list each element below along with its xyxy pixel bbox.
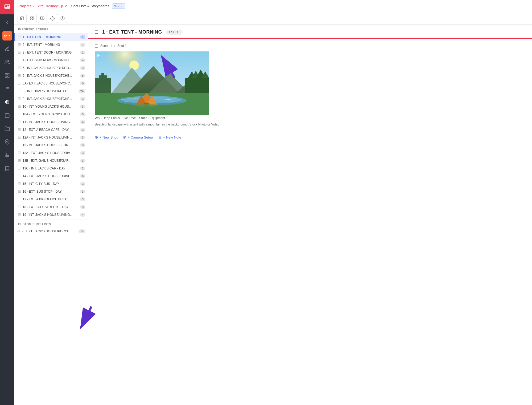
nav-location[interactable]: [0, 136, 14, 148]
nav-book[interactable]: [0, 163, 14, 175]
scene-list-icon: ☰: [18, 189, 21, 193]
breadcrumb-project[interactable]: Extra Ordinary Ep. 2: [35, 4, 67, 8]
shot-count-badge: 1 SHOT: [166, 30, 183, 35]
scene-item[interactable]: ☰ 10A · EXT. YOUNG JACK'S HOU... 5: [14, 110, 88, 118]
scene-list-icon: ☰: [18, 89, 21, 93]
scene-item-count: 4: [80, 120, 85, 124]
scene-item[interactable]: ☰ 18 · EXT. CITY STREETS - DAY 3: [14, 203, 88, 211]
shot-checkbox[interactable]: [95, 44, 98, 48]
svg-rect-17: [5, 114, 9, 118]
svg-rect-36: [43, 17, 44, 19]
scene-item-count: 1: [80, 43, 85, 47]
help-button[interactable]: [58, 14, 67, 23]
nav-calendar[interactable]: [0, 109, 14, 122]
scene-item-count: 0: [80, 82, 85, 85]
scene-item-name: 4 · EXT. SKID ROW - MORNING: [23, 58, 79, 62]
breadcrumb-projects[interactable]: Projects: [19, 4, 31, 8]
scene-item[interactable]: ☰ 8 · INT. DAVE'S HOUSE/KITCHE... 24: [14, 87, 88, 95]
new-note-button[interactable]: ⊕ + New Note: [158, 135, 181, 140]
nav-folder[interactable]: [0, 123, 14, 135]
svg-rect-7: [5, 76, 7, 78]
scene-list-icon: ☰: [18, 213, 21, 217]
shot-description: Beautiful landscape with a tent with a m…: [95, 122, 526, 127]
scene-item-name: 14 · EXT. JACK'S HOUSE/DRIVE...: [23, 174, 79, 178]
scene-item-name: 10A · EXT. YOUNG JACK'S HOU...: [23, 112, 79, 116]
custom-list-item[interactable]: ⚙ 7 · EXT. JACK'S HOUSE/PORCH ... 14: [14, 227, 88, 235]
nav-list[interactable]: [0, 83, 14, 95]
scene-item-count: 3: [80, 97, 85, 101]
scene-item[interactable]: ☰ 11 · INT. JACK'S HOUSE/LIVING... 4: [14, 118, 88, 126]
scene-item[interactable]: ☰ 16 · EXT. BUS STOP - DAY 3: [14, 188, 88, 195]
storyboard-view-button[interactable]: [38, 14, 47, 23]
scene-item[interactable]: ☰ 5 · INT. JACK'S HOUSE/BEDRO... 3: [14, 64, 88, 72]
scene-item[interactable]: ☰ 19 · INT. JACK'S HOUSE/LIVING... 4: [14, 211, 88, 218]
settings-button[interactable]: [48, 14, 57, 23]
scene-item[interactable]: ☰ 15 · INT. CITY BUS - DAY 3: [14, 180, 88, 188]
camera-setup-button[interactable]: ⊕ + Camera Setup: [123, 135, 153, 140]
scene-item[interactable]: ☰ 2 · INT. TENT - MORNING 1: [14, 41, 88, 48]
scene-item-count: 8: [80, 74, 85, 78]
scene-item-name: 17 · EXT. A BIG OFFICE BUILDI...: [23, 197, 79, 201]
svg-point-26: [8, 155, 9, 156]
scene-list-icon: ☰: [18, 104, 21, 108]
app-logo[interactable]: [0, 0, 14, 14]
scene-item[interactable]: ☰ 13C · INT. JACK'S CAR - DAY 2: [14, 164, 88, 172]
custom-item-name: 7 · EXT. JACK'S HOUSE/PORCH ...: [22, 229, 77, 233]
scene-item[interactable]: ☰ 13A · EXT. JACK'S HOUSE/DRIV... 3: [14, 149, 88, 157]
nav-camera[interactable]: [0, 96, 14, 108]
nav-back[interactable]: [0, 17, 14, 29]
svg-rect-34: [32, 19, 34, 20]
scene-item[interactable]: ☰ 10 · INT. YOUNG JACK'S HOUS... 3: [14, 103, 88, 110]
scene-item-name: 9 · INT. JACK'S HOUSE/KITCHE...: [23, 97, 79, 101]
scene-sidebar: IMPORTED SCENES ☰ 1 · EXT. TENT - MORNIN…: [14, 25, 88, 405]
scene-item-count: 5: [80, 112, 85, 116]
svg-rect-32: [32, 17, 34, 18]
bc-shot: Shot 1: [117, 44, 127, 48]
scene-item-count: 3: [80, 143, 85, 147]
new-shot-button[interactable]: ⊕ + New Shot: [95, 135, 118, 140]
camera-setup-label: + Camera Setup: [128, 135, 153, 139]
scene-item[interactable]: ☰ 13B · EXT. GAIL'S HOUSE/GAR... 3: [14, 157, 88, 164]
scene-header-icon: ☰: [95, 30, 98, 35]
scene-item[interactable]: ☰ 12 · EXT. A BEACH CAFE - DAY 3: [14, 126, 88, 133]
scene-item[interactable]: ☰ 9 · INT. JACK'S HOUSE/KITCHE... 3: [14, 95, 88, 103]
svg-rect-6: [8, 74, 9, 75]
scene-item[interactable]: ☰ 3 · EXT. TENT DOOR - MORNING 1: [14, 48, 88, 56]
svg-point-61: [135, 104, 159, 107]
shot-image: [95, 51, 209, 115]
scene-list-icon: ☰: [18, 112, 21, 116]
scene-item[interactable]: ☰ 12A · INT. JACK'S HOUSE/LIVIN... 3: [14, 133, 88, 141]
version-dropdown[interactable]: v12: [112, 3, 125, 9]
scene-item[interactable]: ☰ 6A · EXT. JACK'S HOUSE/PORC... 0: [14, 79, 88, 87]
svg-rect-2: [7, 5, 9, 6]
scene-item-name: 10 · INT. YOUNG JACK'S HOUS...: [23, 105, 79, 108]
scene-item-name: 11 · INT. JACK'S HOUSE/LIVING...: [23, 120, 79, 124]
nav-boards[interactable]: [0, 69, 14, 82]
scene-item[interactable]: ☰ 4 · EXT. SKID ROW - MORNING 4: [14, 56, 88, 64]
scene-item-name: 2 · INT. TENT - MORNING: [23, 43, 79, 47]
nav-sliders[interactable]: [0, 149, 14, 161]
scene-item-count: 6: [80, 174, 85, 178]
scene-item[interactable]: ☰ 14 · EXT. JACK'S HOUSE/DRIVE... 6: [14, 172, 88, 180]
svg-rect-8: [8, 76, 9, 78]
list-view-button[interactable]: [18, 14, 27, 23]
bc-scene: Scene 1: [100, 44, 112, 48]
nav-people[interactable]: [0, 56, 14, 68]
custom-shot-lists-label: CUSTOM SHOT LISTS: [14, 220, 88, 227]
svg-point-16: [5, 100, 9, 104]
svg-rect-49: [185, 78, 209, 94]
scene-item[interactable]: ☰ 17 · EXT. A BIG OFFICE BUILDI... 3: [14, 195, 88, 203]
scene-item[interactable]: ☰ 6 · INT. JACK'S HOUSE/KITCHE... 8: [14, 72, 88, 79]
scene-item[interactable]: ☰ 1 · EXT. TENT - MORNING 1: [14, 33, 88, 41]
svg-point-38: [52, 18, 53, 19]
user-avatar[interactable]: EXTR: [2, 31, 12, 40]
scene-item[interactable]: ☰ 13 · INT. JACK'S HOUSE/BEDR... 3: [14, 141, 88, 149]
grid-view-button[interactable]: [28, 14, 37, 23]
scene-title: 1 · EXT. TENT - MORNING: [102, 29, 162, 35]
svg-point-15: [6, 101, 8, 103]
nav-pencil[interactable]: [0, 43, 14, 55]
scene-item-count: 3: [80, 105, 85, 108]
breadcrumb: Projects › Extra Ordinary Ep. 2 › Shot L…: [19, 3, 125, 9]
scene-item-count: 3: [80, 151, 85, 155]
scene-list-icon: ☰: [18, 143, 21, 147]
